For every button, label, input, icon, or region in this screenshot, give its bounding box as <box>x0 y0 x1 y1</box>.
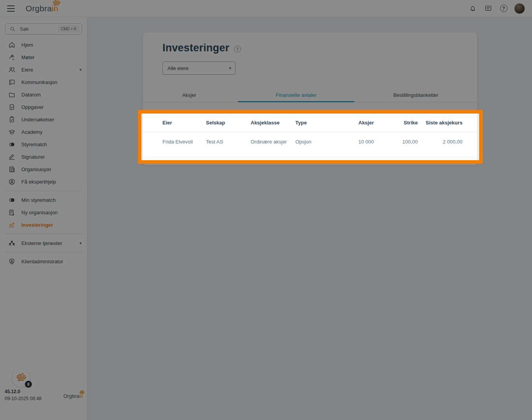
tab-bestillingsblanketter[interactable]: Bestillingsblanketter <box>393 88 438 102</box>
column-header: Type <box>295 120 331 126</box>
sidebar-divider <box>5 191 82 191</box>
sidebar-footer: 8 45.12.0 09-10-2025 08:48 Orgbrain <box>0 373 87 420</box>
building-plus-icon <box>8 209 16 216</box>
cell-selskap: Test AS <box>206 139 251 145</box>
sidebar-item-styrematch[interactable]: Styrematch <box>0 138 87 150</box>
brain-icon <box>52 0 61 7</box>
venn-icon <box>8 196 16 204</box>
tab-aksjer[interactable]: Aksjer <box>182 88 196 102</box>
expert-help-icon <box>8 178 16 186</box>
gavel-icon <box>8 54 16 61</box>
help-circle-icon[interactable]: ? <box>234 46 241 52</box>
orgbrain-footer-logo: Orgbrain <box>63 394 83 399</box>
owner-filter-value: Alle eiere <box>167 65 188 71</box>
signature-icon <box>8 153 16 161</box>
build-timestamp: 09-10-2025 08:48 <box>5 396 42 401</box>
shield-icon <box>8 258 16 265</box>
brain-icon <box>16 373 27 383</box>
sidebar-item-moter[interactable]: Møter <box>0 51 87 63</box>
column-header: Selskap <box>206 120 251 126</box>
message-icon[interactable] <box>483 4 493 14</box>
chevron-down-icon: ▾ <box>79 68 82 72</box>
column-header: Aksjeklasse <box>251 120 295 126</box>
investments-card: Investeringer ? Alle eiere ▾ Aksjer Fina… <box>143 33 477 165</box>
task-check-icon <box>8 103 16 111</box>
sidebar-item-signaturer[interactable]: Signaturer <box>0 150 87 163</box>
column-header: Aksjer <box>331 120 374 126</box>
sidebar-item-undersokelser[interactable]: Undersøkelser <box>0 113 87 126</box>
clipboard-check-icon <box>8 116 16 123</box>
help-icon[interactable]: ? <box>499 4 509 14</box>
owner-filter-select[interactable]: Alle eiere ▾ <box>162 61 235 75</box>
sidebar-divider <box>5 252 82 252</box>
sidebar-item-klientadministrator[interactable]: Klientadministrator <box>0 255 87 268</box>
graduation-cap-icon <box>8 128 16 136</box>
sidebar-item-oppgaver[interactable]: Oppgaver <box>0 101 87 113</box>
menu-icon[interactable] <box>7 5 15 12</box>
sidebar-item-min-styrematch[interactable]: Min styrematch <box>0 194 87 206</box>
chat-alert-icon <box>8 79 16 86</box>
orgbrain-logo: Orgbrain <box>26 4 58 12</box>
investments-chart-icon <box>8 221 16 229</box>
sidebar-item-hjem[interactable]: Hjem <box>0 38 87 51</box>
orgbrain-badge[interactable]: 8 <box>12 369 30 387</box>
avatar[interactable] <box>514 3 525 14</box>
sidebar: CMD + K Hjem Møter Eiere ▾ Kommunikasjon… <box>0 17 87 420</box>
owners-icon <box>8 66 16 74</box>
logo-text: Orgbra <box>26 4 52 12</box>
cell-siste-aksjekurs: 2 000,00 <box>418 139 462 145</box>
sidebar-nav: Hjem Møter Eiere ▾ Kommunikasjon Datarom… <box>0 38 87 268</box>
table-row[interactable]: Frida Elvevoll Test AS Ordinære aksjer O… <box>143 132 477 151</box>
app-version: 45.12.0 <box>5 389 20 394</box>
cell-strike: 100,00 <box>374 139 418 145</box>
cell-eier: Frida Elvevoll <box>162 139 206 145</box>
sidebar-item-datarom[interactable]: Datarom <box>0 88 87 101</box>
search-icon <box>9 26 16 32</box>
notification-count-badge: 8 <box>25 381 32 388</box>
home-icon <box>8 41 16 49</box>
chevron-down-icon: ▾ <box>229 66 231 71</box>
sidebar-item-eksterne-tjenester[interactable]: Eksterne tjenester ▾ <box>0 237 87 249</box>
group-icon <box>8 240 16 247</box>
sidebar-item-investeringer[interactable]: Investeringer <box>0 219 87 231</box>
active-tab-indicator <box>238 101 354 102</box>
page-title: Investeringer <box>162 42 229 54</box>
search-box[interactable]: CMD + K <box>5 23 82 35</box>
bell-icon[interactable] <box>467 4 478 14</box>
cell-type: Opsjon <box>295 139 331 145</box>
sidebar-item-academy[interactable]: Academy <box>0 126 87 138</box>
table-header-row: Eier Selskap Aksjeklasse Type Aksjer Str… <box>143 114 477 132</box>
tab-finansielle-avtaler[interactable]: Finansielle avtaler <box>276 88 317 102</box>
cell-aksjeklasse: Ordinære aksjer <box>251 139 295 145</box>
column-header: Siste aksjekurs <box>418 120 462 126</box>
chevron-down-icon: ▾ <box>79 241 82 245</box>
folder-icon <box>8 91 16 98</box>
brain-icon <box>79 390 85 395</box>
building-icon <box>8 166 16 173</box>
sidebar-item-ny-organisasjon[interactable]: Ny organisasjon <box>0 206 87 219</box>
sidebar-item-fa-eksperthjelp[interactable]: Få eksperthjelp <box>0 175 87 188</box>
column-header: Eier <box>162 120 206 126</box>
tab-bar: Aksjer Finansielle avtaler Bestillingsbl… <box>143 88 477 102</box>
sidebar-item-organisasjon[interactable]: Organisasjon <box>0 163 87 175</box>
shortcut-badge: CMD + K <box>58 26 79 32</box>
agreements-table: Eier Selskap Aksjeklasse Type Aksjer Str… <box>143 114 477 151</box>
sidebar-divider <box>5 234 82 234</box>
top-bar: Orgbrain ? <box>0 0 532 17</box>
cell-aksjer: 10 000 <box>331 139 374 145</box>
sidebar-item-kommunikasjon[interactable]: Kommunikasjon <box>0 76 87 88</box>
venn-icon <box>8 141 16 148</box>
sidebar-item-eiere[interactable]: Eiere ▾ <box>0 63 87 76</box>
search-input[interactable] <box>20 26 58 32</box>
column-header: Strike <box>374 120 418 126</box>
